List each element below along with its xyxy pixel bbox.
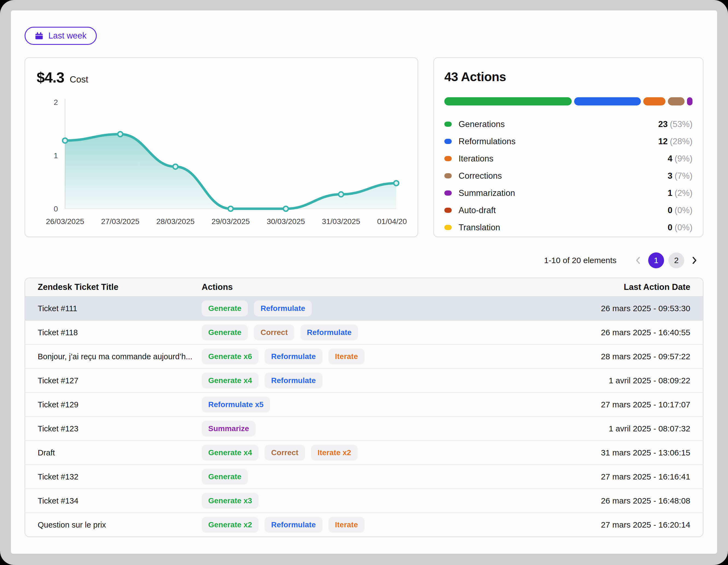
ticket-title: Ticket #123 — [38, 424, 202, 433]
x-tick-label: 28/03/2025 — [156, 217, 195, 226]
legend-label: Corrections — [459, 171, 502, 181]
legend-label: Reformulations — [459, 137, 515, 146]
x-tick-label: 29/03/2025 — [212, 217, 250, 226]
date-range-filter-label: Last week — [48, 31, 87, 41]
legend-label: Iterations — [459, 154, 494, 164]
pagination-next-button[interactable] — [689, 254, 701, 266]
table-row[interactable]: Ticket #129Reformulate x527 mars 2025 - … — [25, 392, 703, 416]
legend-dot-icon — [444, 173, 452, 178]
pagination-bar: 1-10 of 20 elements 12 — [25, 252, 703, 268]
row-actions: Generate x3 — [202, 493, 521, 509]
row-actions: Generate x4Reformulate — [202, 373, 521, 389]
tickets-table: Zendesk Ticket Title Actions Last Action… — [25, 278, 703, 537]
ticket-title: Ticket #118 — [38, 328, 202, 337]
legend-count: 23(53%) — [658, 119, 692, 129]
table-row[interactable]: Ticket #132Generate27 mars 2025 - 16:16:… — [25, 464, 703, 489]
legend-row-auto-draft: Auto-draft0(0%) — [444, 206, 692, 215]
legend-row-summarization: Summarization1(2%) — [444, 189, 692, 198]
actions-card: 43 Actions Generations23(53%)Reformulati… — [433, 57, 703, 237]
ticket-title: Ticket #134 — [38, 496, 202, 505]
data-point-marker — [394, 181, 399, 186]
last-action-date: 26 mars 2025 - 09:53:30 — [521, 304, 690, 313]
actions-card-title: 43 Actions — [444, 69, 692, 84]
date-range-filter-button[interactable]: Last week — [25, 27, 97, 45]
legend-row-corrections: Corrections3(7%) — [444, 171, 692, 180]
last-action-date: 1 avril 2025 - 08:07:32 — [521, 424, 690, 433]
ticket-title: Ticket #111 — [38, 304, 202, 313]
y-tick-label: 1 — [54, 151, 58, 160]
data-point-marker — [339, 192, 344, 197]
last-action-date: 26 mars 2025 - 16:48:08 — [521, 496, 690, 505]
legend-dot-icon — [444, 122, 452, 127]
table-body: Ticket #111GenerateReformulate26 mars 20… — [25, 297, 703, 537]
table-row[interactable]: Ticket #127Generate x4Reformulate1 avril… — [25, 368, 703, 392]
legend-count: 3(7%) — [668, 171, 692, 181]
ticket-title: Bonjour, j’ai reçu ma commande aujourd’h… — [38, 352, 202, 361]
x-tick-label: 30/03/2025 — [267, 217, 305, 226]
table-row[interactable]: Ticket #118GenerateCorrectReformulate26 … — [25, 320, 703, 344]
action-badge-iterate: Iterate — [328, 517, 365, 533]
legend-dot-icon — [444, 156, 452, 161]
distribution-segment-iterations — [643, 97, 665, 105]
distribution-segment-corrections — [668, 97, 685, 105]
action-badge-generate: Generate — [202, 325, 248, 340]
last-action-date: 26 mars 2025 - 16:40:55 — [521, 328, 690, 337]
action-badge-generate: Generate x6 — [202, 349, 259, 364]
row-actions: GenerateReformulate — [202, 301, 521, 316]
legend-count: 1(2%) — [668, 188, 692, 198]
action-badge-reformulate: Reformulate — [265, 349, 322, 364]
pagination-prev-button[interactable] — [632, 254, 644, 266]
table-row[interactable]: Ticket #111GenerateReformulate26 mars 20… — [25, 297, 703, 320]
action-badge-reformulate: Reformulate — [265, 517, 322, 533]
legend-percent: (28%) — [670, 137, 692, 146]
action-badge-reformulate: Reformulate — [265, 373, 322, 389]
legend-label: Translation — [459, 223, 500, 233]
legend-dot-icon — [444, 139, 452, 144]
legend-dot-icon — [444, 190, 452, 196]
distribution-segment-generations — [444, 97, 572, 105]
calendar-icon — [35, 31, 43, 40]
legend-label: Generations — [459, 119, 505, 129]
pagination-summary: 1-10 of 20 elements — [544, 256, 617, 265]
legend-label: Auto-draft — [459, 205, 496, 215]
table-row[interactable]: Bonjour, j’ai reçu ma commande aujourd’h… — [25, 344, 703, 368]
last-action-date: 1 avril 2025 - 08:09:22 — [521, 376, 690, 385]
legend-row-translation: Translation0(0%) — [444, 223, 692, 232]
table-row[interactable]: Question sur le prixGenerate x2Reformula… — [25, 513, 703, 537]
action-badge-generate: Generate — [202, 301, 248, 316]
page-canvas: Last week $4.3 Cost 01226/03/202527/03/2… — [11, 10, 717, 554]
pagination-page-1[interactable]: 1 — [648, 252, 664, 268]
cost-card: $4.3 Cost 01226/03/202527/03/202528/03/2… — [25, 57, 418, 237]
row-actions: Reformulate x5 — [202, 397, 521, 413]
ticket-title: Ticket #129 — [38, 400, 202, 409]
data-point-marker — [118, 132, 123, 137]
x-tick-label: 01/04/2025 — [377, 217, 407, 226]
action-badge-correct: Correct — [254, 325, 294, 340]
chevron-right-icon — [691, 256, 698, 264]
action-badge-generate: Generate x3 — [202, 493, 259, 509]
data-point-marker — [173, 164, 178, 169]
action-badge-iterate: Iterate — [328, 349, 365, 364]
cost-area-fill — [65, 134, 396, 209]
ticket-title: Ticket #132 — [38, 472, 202, 481]
table-row[interactable]: Ticket #123Summarize1 avril 2025 - 08:07… — [25, 416, 703, 440]
action-badge-iterate: Iterate x2 — [311, 445, 358, 461]
distribution-segment-reformulations — [574, 97, 641, 105]
legend-dot-icon — [444, 225, 452, 230]
ticket-title: Ticket #127 — [38, 376, 202, 385]
cost-total-value: $4.3 — [37, 69, 64, 86]
action-badge-generate: Generate — [202, 469, 248, 485]
pagination-page-2[interactable]: 2 — [668, 252, 684, 268]
chevron-left-icon — [634, 256, 641, 264]
legend-dot-icon — [444, 208, 452, 213]
table-header-row: Zendesk Ticket Title Actions Last Action… — [25, 278, 703, 297]
row-actions: GenerateCorrectReformulate — [202, 325, 521, 340]
legend-percent: (7%) — [675, 171, 692, 181]
legend-count: 0(0%) — [668, 205, 692, 215]
legend-count: 4(9%) — [668, 154, 692, 164]
legend-row-generations: Generations23(53%) — [444, 120, 692, 129]
action-badge-reformulate: Reformulate — [254, 301, 312, 316]
last-action-date: 27 mars 2025 - 10:17:07 — [521, 400, 690, 409]
table-row[interactable]: Ticket #134Generate x326 mars 2025 - 16:… — [25, 489, 703, 513]
table-row[interactable]: DraftGenerate x4CorrectIterate x231 mars… — [25, 440, 703, 464]
